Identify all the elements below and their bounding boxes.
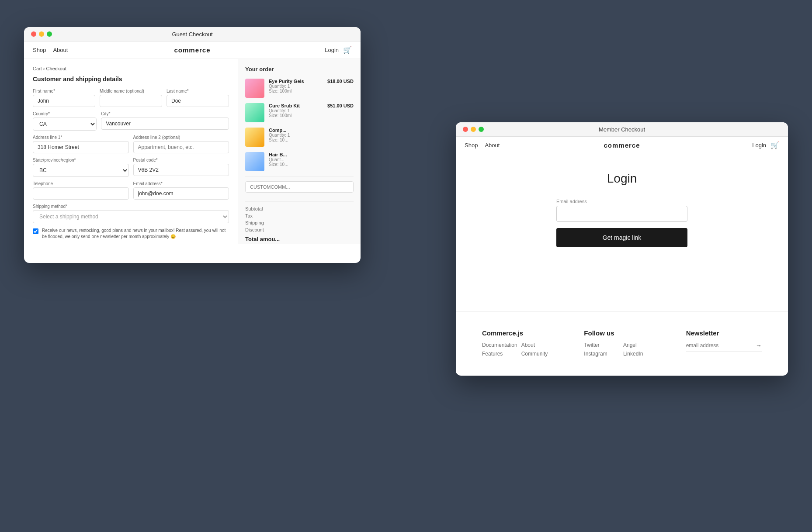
city-label: City* bbox=[101, 111, 229, 116]
guest-checkout-window: Guest Checkout Shop About commerce Login… bbox=[24, 27, 361, 263]
shipping-select[interactable]: Select a shipping method bbox=[33, 210, 229, 223]
discount-row: Discount bbox=[245, 227, 354, 232]
footer-link-instagram[interactable]: Instagram bbox=[584, 351, 621, 357]
address1-label: Address line 1* bbox=[33, 135, 129, 140]
email-group: Email address* bbox=[133, 181, 229, 200]
middle-name-label: Middle name (optional) bbox=[100, 89, 162, 93]
item-3-details: Comp... Quantity: 1 Size: 10... bbox=[269, 128, 354, 142]
item-3-qty: Quantity: 1 bbox=[269, 133, 354, 138]
item-2-size: Size: 100ml bbox=[269, 113, 323, 118]
window-title: Guest Checkout bbox=[172, 31, 212, 38]
newsletter-row: → bbox=[686, 342, 762, 352]
order-item-1: Eye Purity Gels Quantity: 1 Size: 100ml … bbox=[245, 79, 354, 98]
item-1-image bbox=[245, 79, 264, 98]
city-input[interactable] bbox=[101, 117, 229, 130]
tax-label: Tax bbox=[245, 213, 253, 218]
window-controls bbox=[31, 31, 52, 37]
item-4-qty: Quant... bbox=[269, 157, 354, 162]
member-cart-icon[interactable]: 🛒 bbox=[770, 141, 779, 149]
telephone-group: Telephone bbox=[33, 181, 129, 200]
address2-input[interactable] bbox=[133, 141, 229, 153]
item-1-qty: Quantity: 1 bbox=[269, 84, 323, 89]
postal-input[interactable] bbox=[133, 164, 229, 176]
member-maximize-button[interactable] bbox=[479, 127, 484, 132]
minimize-button[interactable] bbox=[39, 31, 44, 37]
maximize-button[interactable] bbox=[47, 31, 52, 37]
checkout-body: Cart › Checkout Customer and shipping de… bbox=[24, 59, 361, 244]
middle-name-input[interactable] bbox=[100, 95, 162, 107]
close-button[interactable] bbox=[31, 31, 36, 37]
country-select[interactable]: CA US bbox=[33, 117, 97, 131]
total-label: Total amou... bbox=[245, 236, 280, 242]
member-nav-about[interactable]: About bbox=[485, 142, 500, 149]
newsletter-submit-icon[interactable]: → bbox=[756, 342, 762, 349]
item-2-qty: Quantity: 1 bbox=[269, 108, 323, 113]
breadcrumb-cart[interactable]: Cart bbox=[33, 66, 42, 71]
magic-link-button[interactable]: Get magic link bbox=[556, 228, 687, 247]
footer-link-about[interactable]: About bbox=[521, 342, 558, 348]
member-checkout-window: Member Checkout Shop About commerce Logi… bbox=[456, 122, 788, 376]
cart-icon[interactable]: 🛒 bbox=[343, 46, 352, 54]
login-section: Login Email address Get magic link bbox=[548, 154, 696, 256]
city-group: City* bbox=[101, 111, 229, 131]
item-2-name: Cure Srub Kit bbox=[269, 103, 323, 108]
country-label: Country* bbox=[33, 111, 97, 116]
footer-link-linkedin[interactable]: LinkedIn bbox=[623, 351, 660, 357]
member-minimize-button[interactable] bbox=[471, 127, 476, 132]
nav-shop[interactable]: Shop bbox=[33, 47, 46, 53]
item-2-details: Cure Srub Kit Quantity: 1 Size: 100ml bbox=[269, 103, 323, 118]
coupon-input[interactable] bbox=[245, 181, 354, 193]
member-close-button[interactable] bbox=[463, 127, 468, 132]
item-4-size: Size: 10... bbox=[269, 162, 354, 167]
shipping-row: Shipping bbox=[245, 220, 354, 225]
guest-titlebar: Guest Checkout bbox=[24, 27, 361, 41]
last-name-input[interactable] bbox=[167, 95, 229, 107]
email-input[interactable] bbox=[133, 187, 229, 200]
footer-link-community[interactable]: Community bbox=[521, 351, 558, 357]
tel-email-row: Telephone Email address* bbox=[33, 181, 229, 200]
tax-row: Tax bbox=[245, 213, 354, 218]
order-item-3: Comp... Quantity: 1 Size: 10... bbox=[245, 128, 354, 147]
first-name-input[interactable] bbox=[33, 95, 95, 107]
checkout-form: Cart › Checkout Customer and shipping de… bbox=[24, 59, 238, 244]
member-window-title: Member Checkout bbox=[599, 126, 645, 133]
first-name-group: First name* bbox=[33, 89, 95, 107]
nav-about[interactable]: About bbox=[53, 47, 68, 53]
login-email-label: Email address bbox=[556, 199, 687, 204]
telephone-input[interactable] bbox=[33, 187, 129, 200]
breadcrumb-current: Checkout bbox=[46, 66, 66, 71]
login-link[interactable]: Login bbox=[325, 47, 339, 53]
discount-label: Discount bbox=[245, 227, 264, 232]
address-row: Address line 1* Address line 2 (optional… bbox=[33, 135, 229, 153]
member-nav-shop[interactable]: Shop bbox=[465, 142, 478, 149]
footer-link-twitter[interactable]: Twitter bbox=[584, 342, 621, 348]
newsletter-text: Receive our news, restocking, good plans… bbox=[42, 228, 229, 240]
site-footer: Commerce.js Documentation About Features… bbox=[456, 311, 788, 374]
newsletter-checkbox[interactable] bbox=[33, 228, 38, 234]
member-nav-links: Shop About bbox=[465, 142, 500, 149]
order-item-2: Cure Srub Kit Quantity: 1 Size: 100ml $5… bbox=[245, 103, 354, 122]
country-group: Country* CA US bbox=[33, 111, 97, 131]
state-postal-row: State/province/region* BC AB ON Postal c… bbox=[33, 158, 229, 177]
newsletter-checkbox-row: Receive our news, restocking, good plans… bbox=[33, 228, 229, 240]
footer-link-features[interactable]: Features bbox=[482, 351, 519, 357]
footer-link-documentation[interactable]: Documentation bbox=[482, 342, 519, 348]
item-2-price: $51.00 USD bbox=[327, 103, 354, 108]
footer-newsletter: Newsletter → bbox=[686, 329, 762, 357]
footer-link-angel[interactable]: Angel bbox=[623, 342, 660, 348]
item-3-size: Size: 10... bbox=[269, 138, 354, 142]
login-email-input[interactable] bbox=[556, 206, 687, 222]
state-select[interactable]: BC AB ON bbox=[33, 164, 129, 177]
state-group: State/province/region* BC AB ON bbox=[33, 158, 129, 177]
shipping-group: Shipping method* Select a shipping metho… bbox=[33, 204, 229, 223]
first-name-label: First name* bbox=[33, 89, 95, 93]
address1-group: Address line 1* bbox=[33, 135, 129, 153]
address1-input[interactable] bbox=[33, 141, 129, 153]
middle-name-group: Middle name (optional) bbox=[100, 89, 162, 107]
item-3-name: Comp... bbox=[269, 128, 354, 133]
newsletter-email-input[interactable] bbox=[686, 342, 756, 349]
footer-newsletter-title: Newsletter bbox=[686, 329, 762, 337]
scene: Guest Checkout Shop About commerce Login… bbox=[0, 0, 812, 532]
member-login-link[interactable]: Login bbox=[752, 142, 766, 149]
item-4-image bbox=[245, 152, 264, 171]
